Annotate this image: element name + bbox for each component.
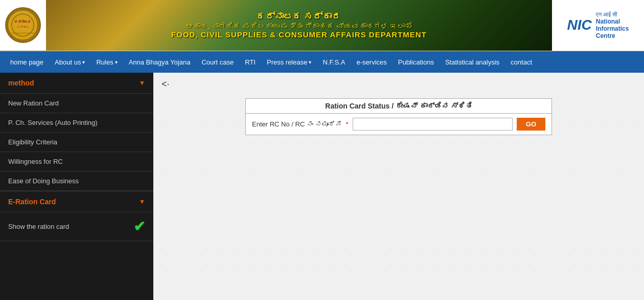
nav-statistical[interactable]: Statistical analysis bbox=[440, 51, 504, 73]
rc-number-input[interactable] bbox=[353, 118, 513, 131]
main-navbar: home page About us ▾ Rules ▾ Anna Bhagya… bbox=[0, 51, 644, 73]
nav-contact[interactable]: contact bbox=[505, 51, 537, 73]
nav-publications[interactable]: Publications bbox=[393, 51, 439, 73]
sidebar-pch-label: P. Ch. Services (Auto Printing) bbox=[8, 119, 98, 126]
sidebar-item-ease-business[interactable]: Ease of Doing Business bbox=[0, 171, 153, 190]
nic-logo-area: NIC एन आई सी National Informatics Centre bbox=[552, 0, 644, 51]
about-arrow: ▾ bbox=[82, 59, 85, 65]
sidebar-item-eligibility[interactable]: Eligibility Criteria bbox=[0, 132, 153, 152]
form-input-row: Enter RC No / RC ನಂ ನಮೂದಿಸಿ * GO bbox=[246, 114, 551, 135]
sidebar-erationcard-label: E-Ration Card bbox=[8, 198, 56, 206]
banner-kannada-line2: ಆಹಾರ, ನಾಗರಿಕ ಪರಿಬರಾಜು ಮತ್ತು ಗ್ರಾಹಕ ವ್ಯವಹ… bbox=[186, 22, 412, 30]
go-button[interactable]: GO bbox=[517, 118, 545, 131]
sidebar-item-show-ration[interactable]: Show the ration card ✔ bbox=[0, 212, 153, 241]
svg-text:ಸರ್ಕಾರ: ಸರ್ಕಾರ bbox=[17, 25, 29, 28]
page-header: ಕರ್ನಾಟಕ ಸರ್ಕಾರ ಕರ್ನಾಟಕ ಸರ್ಕಾರ ಆಹಾರ, ನಾಗರ… bbox=[0, 0, 644, 51]
nic-hindi-text: एन आई सी bbox=[596, 11, 629, 18]
banner-english: FOOD, CIVIL SUPPLIES & CONSUMER AFFAIRS … bbox=[171, 30, 427, 39]
nic-national-text: National bbox=[596, 18, 629, 25]
nav-rules[interactable]: Rules ▾ bbox=[91, 51, 122, 73]
press-arrow: ▾ bbox=[309, 59, 311, 65]
nav-nfsa[interactable]: N.F.S.A bbox=[317, 51, 350, 73]
nic-info: एन आई सी National Informatics Centre bbox=[596, 11, 629, 39]
sidebar-method-header[interactable]: method ▼ bbox=[0, 73, 153, 93]
sidebar-method-label: method bbox=[8, 79, 34, 87]
nav-court-case[interactable]: Court case bbox=[196, 51, 239, 73]
sidebar-item-willingness[interactable]: Willingness for RC bbox=[0, 152, 153, 171]
sidebar-item-new-ration-card[interactable]: New Ration Card bbox=[0, 93, 153, 113]
nav-rti[interactable]: RTI bbox=[240, 51, 261, 73]
nav-press-release[interactable]: Press release ▾ bbox=[262, 51, 316, 73]
nav-eservices[interactable]: e-services bbox=[352, 51, 392, 73]
nic-logo: NIC एन आई सी National Informatics Centre bbox=[567, 11, 629, 39]
main-layout: method ▼ New Ration Card P. Ch. Services… bbox=[0, 73, 644, 300]
form-asterisk: * bbox=[346, 120, 349, 128]
emblem-logo: ಕರ್ನಾಟಕ ಸರ್ಕಾರ bbox=[0, 5, 46, 46]
nav-home[interactable]: home page bbox=[5, 51, 49, 73]
form-rc-label: Enter RC No / RC ನಂ ನಮೂದಿಸಿ bbox=[252, 120, 342, 128]
sidebar-new-ration-label: New Ration Card bbox=[8, 99, 59, 107]
sidebar-erationcard-arrow: ▼ bbox=[139, 198, 145, 205]
nav-about[interactable]: About us ▾ bbox=[50, 51, 90, 73]
sidebar-method-arrow: ▼ bbox=[139, 79, 145, 87]
form-title: Ration Card Status / ರೇಷನ್ ಕಾರ್ಡಿನ ಸ್ಥಿತ… bbox=[246, 99, 551, 114]
sidebar-item-pch-services[interactable]: P. Ch. Services (Auto Printing) bbox=[0, 113, 153, 132]
sidebar-ease-label: Ease of Doing Business bbox=[8, 177, 79, 185]
checkmark-icon: ✔ bbox=[133, 218, 145, 235]
sidebar-eligibility-label: Eligibility Criteria bbox=[8, 138, 57, 146]
banner-kannada-line1: ಕರ್ನಾಟಕ ಸರ್ಕಾರ bbox=[256, 11, 341, 22]
svg-text:ಕರ್ನಾಟಕ: ಕರ್ನಾಟಕ bbox=[14, 20, 31, 24]
sidebar-show-ration-label: Show the ration card bbox=[8, 223, 69, 230]
rules-arrow: ▾ bbox=[115, 59, 118, 65]
nic-centre-text: Centre bbox=[596, 32, 629, 39]
sidebar-section-erationcard: E-Ration Card ▼ Show the ration card ✔ bbox=[0, 191, 153, 241]
sidebar-erationcard-header[interactable]: E-Ration Card ▼ bbox=[0, 191, 153, 212]
banner: ಕರ್ನಾಟಕ ಸರ್ಕಾರ ಆಹಾರ, ನಾಗರಿಕ ಪರಿಬರಾಜು ಮತ್… bbox=[46, 0, 552, 51]
nic-informatics-text: Informatics bbox=[596, 25, 629, 32]
sidebar: method ▼ New Ration Card P. Ch. Services… bbox=[0, 73, 153, 300]
nic-abbr: NIC bbox=[567, 17, 592, 33]
back-button[interactable]: <· bbox=[162, 79, 170, 90]
content-area: <· Ration Card Status / ರೇಷನ್ ಕಾರ್ಡಿನ ಸ್… bbox=[153, 73, 644, 300]
emblem-image: ಕರ್ನಾಟಕ ಸರ್ಕಾರ bbox=[5, 7, 41, 43]
nav-anna-bhagya[interactable]: Anna Bhagya Yojana bbox=[124, 51, 196, 73]
ration-card-form: Ration Card Status / ರೇಷನ್ ಕಾರ್ಡಿನ ಸ್ಥಿತ… bbox=[245, 98, 552, 135]
sidebar-willingness-label: Willingness for RC bbox=[8, 158, 63, 165]
sidebar-section-method: method ▼ New Ration Card P. Ch. Services… bbox=[0, 73, 153, 191]
